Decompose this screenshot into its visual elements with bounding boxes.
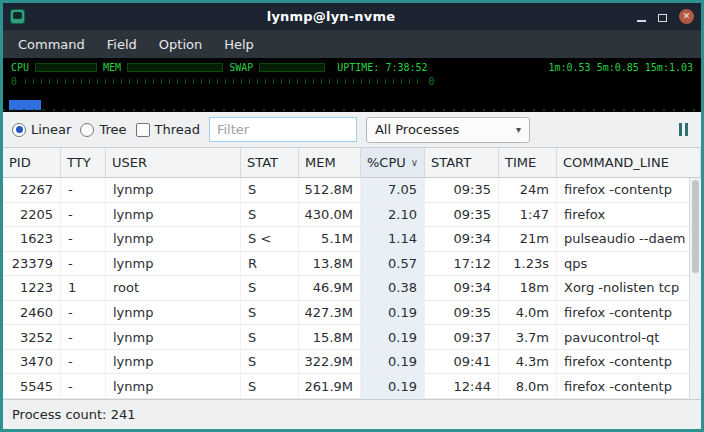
pause-icon	[679, 123, 682, 136]
table-row[interactable]: 2267-lynmpS512.8M7.0509:3524mfirefox -co…	[3, 178, 701, 203]
table-row[interactable]: 1623-lynmpS <5.1M1.1409:3421mpulseaudio …	[3, 227, 701, 252]
cell-mem: 15.8M	[299, 325, 361, 349]
process-table-body: 2267-lynmpS512.8M7.0509:3524mfirefox -co…	[3, 178, 701, 399]
status-bar: Process count: 241	[3, 399, 701, 429]
sort-descending-icon: ∨	[411, 157, 418, 168]
column-header-mem[interactable]: MEM	[299, 148, 361, 177]
cell-cmd: firefox -contentp	[557, 350, 701, 374]
table-row[interactable]: 23379-lynmpR13.8M0.5717:121.23sqps	[3, 252, 701, 277]
cell-pid: 1223	[3, 276, 61, 300]
cell-time: 1.23s	[499, 252, 557, 276]
tree-radio[interactable]: Tree	[80, 122, 126, 137]
cell-start: 09:35	[425, 203, 499, 227]
pause-button[interactable]	[675, 119, 692, 140]
title-bar[interactable]: lynmp@lyn-nvme ✕	[3, 3, 701, 30]
filter-input[interactable]	[209, 117, 357, 142]
toolbar: Linear Tree Thread All Processes ▾	[3, 112, 701, 148]
vertical-scrollbar[interactable]	[689, 178, 701, 399]
cell-cmd: qps	[557, 252, 701, 276]
cell-pid: 2460	[3, 301, 61, 325]
scale-tick-label: 0	[11, 76, 17, 87]
cell-cmd: firefox -contentp	[557, 374, 701, 398]
column-header-cpu[interactable]: %CPU ∨	[361, 148, 425, 177]
menu-bar: Command Field Option Help	[3, 30, 701, 58]
restore-button[interactable]	[658, 7, 667, 26]
cell-user: lynmp	[106, 301, 241, 325]
cell-start: 09:34	[425, 227, 499, 251]
cpu-history-strip	[3, 96, 701, 112]
tree-radio-label: Tree	[99, 122, 126, 137]
cpu-label: CPU	[11, 62, 29, 73]
cell-stat: S	[241, 325, 299, 349]
table-row[interactable]: 12231rootS46.9M0.3809:3418mXorg -noliste…	[3, 276, 701, 301]
column-header-tty[interactable]: TTY	[61, 148, 106, 177]
cell-pid: 2205	[3, 203, 61, 227]
table-row[interactable]: 3470-lynmpS322.9M0.1909:414.3mfirefox -c…	[3, 350, 701, 375]
menu-item-field[interactable]: Field	[96, 30, 148, 58]
close-button[interactable]: ✕	[679, 9, 694, 24]
cell-cpu: 0.57	[361, 252, 425, 276]
cell-tty: -	[61, 203, 106, 227]
linear-radio[interactable]: Linear	[12, 122, 71, 137]
cell-stat: R	[241, 252, 299, 276]
cell-start: 09:41	[425, 350, 499, 374]
table-row[interactable]: 5545-lynmpS261.9M0.1912:448.0mfirefox -c…	[3, 374, 701, 399]
cell-cpu: 7.05	[361, 178, 425, 202]
column-header-stat[interactable]: STAT	[241, 148, 299, 177]
cell-stat: S <	[241, 227, 299, 251]
cell-user: lynmp	[106, 227, 241, 251]
table-row[interactable]: 2460-lynmpS427.3M0.1909:354.0mfirefox -c…	[3, 301, 701, 326]
cell-stat: S	[241, 276, 299, 300]
cell-cpu: 0.19	[361, 350, 425, 374]
chevron-down-icon: ▾	[516, 124, 521, 135]
cell-stat: S	[241, 178, 299, 202]
cell-mem: 427.3M	[299, 301, 361, 325]
mem-label: MEM	[103, 62, 121, 73]
cell-mem: 46.9M	[299, 276, 361, 300]
column-header-time[interactable]: TIME	[499, 148, 557, 177]
scrollbar-thumb[interactable]	[692, 180, 699, 273]
cell-cpu: 0.19	[361, 374, 425, 398]
column-header-pid[interactable]: PID	[3, 148, 61, 177]
column-header-user[interactable]: USER	[106, 148, 241, 177]
cell-start: 17:12	[425, 252, 499, 276]
minimize-button[interactable]	[637, 7, 646, 26]
menu-item-help[interactable]: Help	[213, 30, 265, 58]
menu-item-option[interactable]: Option	[148, 30, 213, 58]
process-scope-value: All Processes	[375, 122, 459, 137]
cell-time: 8.0m	[499, 374, 557, 398]
swap-meter	[259, 63, 325, 72]
cpu-meter	[35, 63, 97, 72]
monitor-tick-rule	[25, 79, 421, 84]
column-header-command-line[interactable]: COMMAND_LINE	[557, 148, 701, 177]
thread-checkbox-label: Thread	[155, 122, 200, 137]
table-row[interactable]: 2205-lynmpS430.0M2.1009:351:47firefox	[3, 203, 701, 228]
cell-time: 18m	[499, 276, 557, 300]
cell-user: lynmp	[106, 178, 241, 202]
cell-tty: -	[61, 374, 106, 398]
cell-cpu: 0.38	[361, 276, 425, 300]
cell-stat: S	[241, 374, 299, 398]
history-tick-row	[3, 109, 701, 111]
table-header: PID TTY USER STAT MEM %CPU ∨ START TIME …	[3, 148, 701, 178]
pause-icon	[685, 123, 688, 136]
cell-time: 24m	[499, 178, 557, 202]
restore-icon	[658, 14, 667, 22]
menu-item-command[interactable]: Command	[7, 30, 96, 58]
cell-pid: 3252	[3, 325, 61, 349]
cell-pid: 1623	[3, 227, 61, 251]
cell-cmd: firefox -contentp	[557, 301, 701, 325]
window-title: lynmp@lyn-nvme	[25, 9, 637, 24]
process-rows: 2267-lynmpS512.8M7.0509:3524mfirefox -co…	[3, 178, 701, 399]
app-icon	[10, 9, 25, 24]
table-row[interactable]: 3252-lynmpS15.8M0.1909:373.7mpavucontrol…	[3, 325, 701, 350]
column-header-start[interactable]: START	[425, 148, 499, 177]
cell-stat: S	[241, 301, 299, 325]
load-average-text: 1m:0.53 5m:0.85 15m:1.03	[549, 62, 694, 73]
cell-cpu: 2.10	[361, 203, 425, 227]
cell-mem: 512.8M	[299, 178, 361, 202]
thread-checkbox[interactable]: Thread	[136, 122, 200, 137]
cell-cpu: 0.19	[361, 325, 425, 349]
process-scope-dropdown[interactable]: All Processes ▾	[366, 117, 530, 143]
cell-user: lynmp	[106, 252, 241, 276]
